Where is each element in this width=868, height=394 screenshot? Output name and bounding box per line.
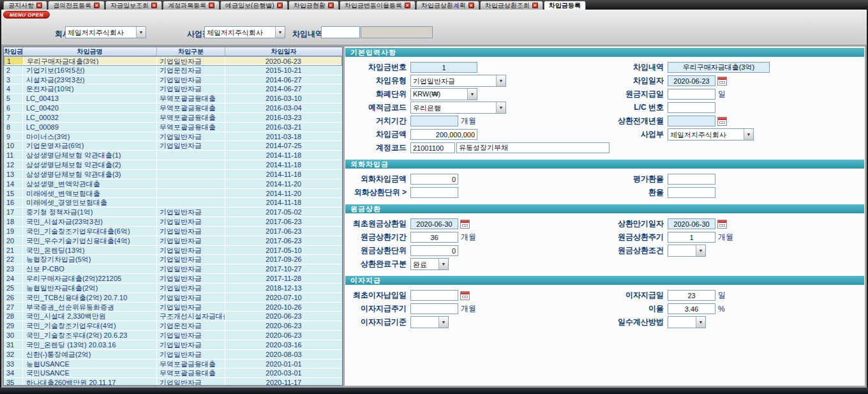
table-cell[interactable]: 25: [4, 284, 23, 293]
repay-prev-ym-field[interactable]: [668, 116, 715, 126]
table-row[interactable]: 31국민_온렌딩 (13억) 20.03.16기업일반자금2020-03-16: [4, 340, 342, 350]
table-row[interactable]: 26국민_TCB신용대출(2억) 20.7.10기업일반자금2020-07-10: [4, 293, 342, 303]
table-cell[interactable]: 농협일반자금대출(2억): [23, 284, 157, 293]
table-cell[interactable]: 2017-06-23: [225, 236, 342, 246]
table-row[interactable]: 29국민_기술창조기업우대(4억)기업운전자금2020-06-23: [4, 321, 342, 331]
table-cell[interactable]: 2020-06-23: [225, 57, 341, 65]
table-cell[interactable]: 2014-11-20: [225, 179, 342, 189]
tab-item[interactable]: 차입금변동이율등록✕: [340, 1, 415, 10]
table-cell[interactable]: 2014-07-25: [225, 141, 342, 151]
table-cell[interactable]: 23: [4, 264, 23, 274]
table-cell[interactable]: 18: [4, 217, 23, 227]
maturity-date-field[interactable]: [668, 218, 715, 229]
tab-active[interactable]: 차입금등록: [544, 1, 586, 10]
table-row[interactable]: 30국민_기술창조우대(2억) 20.6.23기업일반자금2020-06-23: [4, 331, 342, 340]
table-row[interactable]: 14삼성생명_변액약관대출2014-11-20: [4, 179, 342, 189]
table-row[interactable]: 20국민_우수기술기업신용대출(4억)기업일반자금2017-06-23: [4, 236, 342, 246]
loan-type-select[interactable]: 기업일반자금 ▼: [410, 75, 506, 87]
fx-repay-unit-field[interactable]: [410, 187, 458, 198]
table-cell[interactable]: 2020-06-23: [225, 331, 342, 340]
table-cell[interactable]: 무역포괄금융대출: [157, 113, 225, 123]
table-cell[interactable]: 11: [4, 151, 23, 160]
table-cell[interactable]: 13: [4, 170, 23, 179]
table-row[interactable]: 34국민USANCE무역포괄금융대출2020-03-01: [4, 368, 342, 378]
tab-item[interactable]: 차입금상환조회✕: [480, 1, 543, 10]
account-name-field[interactable]: [456, 142, 610, 153]
table-cell[interactable]: 무역포괄금융대출: [157, 103, 225, 113]
table-cell[interactable]: 무역포괄금융대출: [157, 94, 225, 103]
table-cell[interactable]: 2020-01-01: [225, 360, 342, 369]
calendar-icon[interactable]: [717, 117, 727, 126]
table-cell[interactable]: 기업일반자금: [157, 75, 225, 85]
tab-item[interactable]: 차입금현황✕: [288, 1, 339, 10]
table-cell[interactable]: 기업운전자금: [157, 321, 225, 331]
table-cell[interactable]: 2014-11-18: [225, 151, 342, 160]
table-cell[interactable]: 미래에셋_변액보험대출: [23, 189, 157, 199]
grace-period-field[interactable]: [410, 116, 458, 126]
close-icon[interactable]: ✕: [36, 3, 42, 8]
fx-eval-rate-field[interactable]: [668, 174, 715, 185]
table-cell[interactable]: 국민_기술창조기업우대대출(6억): [23, 227, 157, 236]
table-cell[interactable]: 2020-11-17: [225, 378, 342, 386]
table-cell[interactable]: 기업일반자금: [157, 132, 225, 142]
table-cell[interactable]: [157, 189, 225, 199]
day-count-select[interactable]: ▼: [668, 316, 706, 328]
table-cell[interactable]: 35: [4, 378, 23, 386]
table-cell[interactable]: 2020-06-23: [225, 312, 342, 321]
table-cell[interactable]: 기업일반자금: [157, 208, 225, 217]
table-cell[interactable]: 2020-10-26: [225, 303, 342, 312]
table-cell[interactable]: 시설자금(23억3천): [23, 75, 157, 85]
tab-item[interactable]: 계정과목등록✕: [163, 1, 220, 10]
fx-rate-field[interactable]: [668, 187, 715, 198]
table-cell[interactable]: 기업운영자금(6억): [23, 141, 157, 151]
table-cell[interactable]: [157, 151, 225, 160]
table-cell[interactable]: 농협장기차입금(5억): [23, 255, 157, 264]
table-cell[interactable]: 국민_기술창조우대(2억) 20.6.23: [23, 331, 157, 340]
table-cell[interactable]: LC_00420: [23, 103, 157, 113]
table-cell[interactable]: 미래에셋_경영인보험대출: [23, 198, 157, 208]
table-cell[interactable]: 32: [4, 350, 23, 360]
table-row[interactable]: 33농협USANCE무역포괄금융대출2020-01-01: [4, 360, 342, 369]
calendar-icon[interactable]: [717, 220, 727, 229]
principal-cond-select[interactable]: ▼: [668, 245, 706, 257]
table-cell[interactable]: 2017-09-26: [225, 255, 342, 264]
table-row[interactable]: 8LC_00089무역포괄금융대출2016-03-21: [4, 123, 342, 132]
table-cell[interactable]: 기업일반자금: [157, 236, 225, 246]
first-principal-date-field[interactable]: [410, 218, 458, 229]
table-cell[interactable]: [157, 160, 225, 170]
table-cell[interactable]: 19: [4, 227, 23, 236]
table-cell[interactable]: 2020-08-03: [225, 350, 342, 360]
table-cell[interactable]: 2014-11-18: [225, 160, 342, 170]
interest-cycle-field[interactable]: [410, 303, 458, 314]
table-row[interactable]: 21국민_온렌딩(13억)기업일반자금2017-05-10: [4, 246, 342, 255]
col-header-loan-code[interactable]: 차입금코드: [4, 47, 23, 56]
table-row[interactable]: 35하나대출260백만원 20.11.17기업일반자금2020-11-17: [4, 378, 342, 386]
table-row[interactable]: 17중기청 정책자금(1억)기업일반자금2017-05-02: [4, 208, 342, 217]
table-cell[interactable]: 부국증권_선순위유동화증권: [23, 303, 157, 312]
table-cell[interactable]: 무역포괄금융대출: [157, 368, 225, 378]
table-row[interactable]: 22농협장기차입금(5억)기업일반자금2017-09-26: [4, 255, 342, 264]
table-cell[interactable]: 2011-03-18: [225, 132, 342, 142]
table-cell[interactable]: 14: [4, 179, 23, 189]
table-cell[interactable]: 삼성생명단체보험 약관대출(3): [23, 170, 157, 179]
table-cell[interactable]: 2014-06-27: [225, 75, 342, 85]
interest-day-field[interactable]: [668, 290, 715, 301]
interest-basis-select[interactable]: ▼: [410, 316, 449, 328]
col-header-loan-type[interactable]: 차입구분: [157, 47, 225, 56]
table-cell[interactable]: 21: [4, 246, 23, 255]
principal-cycle-field[interactable]: [668, 232, 715, 243]
table-cell[interactable]: 2: [4, 66, 23, 75]
table-cell[interactable]: 국민_온렌딩 (13억) 20.03.16: [23, 340, 157, 350]
table-cell[interactable]: 2017-05-02: [225, 208, 342, 217]
table-cell[interactable]: 국민_온렌딩(13억): [23, 246, 157, 255]
table-cell[interactable]: 1: [4, 57, 24, 65]
table-cell[interactable]: 17: [4, 208, 23, 217]
table-cell[interactable]: 4: [4, 84, 23, 94]
table-cell[interactable]: 신보 P-CBO: [23, 264, 157, 274]
table-cell[interactable]: 기업일반자금: [157, 293, 225, 303]
table-cell[interactable]: 2020-03-01: [225, 368, 342, 378]
table-cell[interactable]: 기업일반자금: [157, 217, 225, 227]
close-icon[interactable]: ✕: [94, 3, 100, 8]
table-row[interactable]: 13삼성생명단체보험 약관대출(3)2014-11-18: [4, 170, 342, 179]
table-cell[interactable]: 기업일반자금: [157, 227, 225, 236]
